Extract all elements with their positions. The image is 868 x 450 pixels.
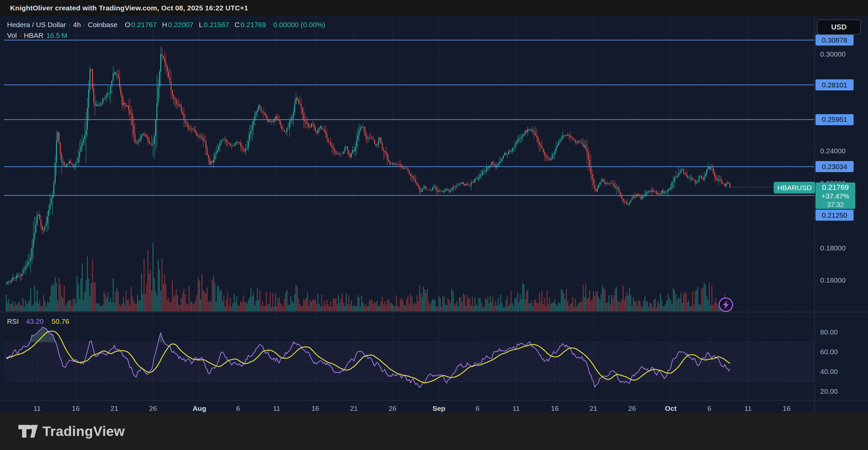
rsi-axis-label: 20.00 <box>820 387 838 396</box>
time-axis-month-label: Oct <box>665 404 677 413</box>
time-axis-label: 11 <box>273 404 280 413</box>
price-axis-label: 0.16000 <box>820 276 845 285</box>
attribution-bar: KnightOliver created with TradingView.co… <box>0 0 868 16</box>
change-value: 0.00000 (0.00%) <box>273 21 325 28</box>
legend-separator: · <box>66 21 73 28</box>
footer-bar: TradingView <box>0 413 868 450</box>
attribution-text: KnightOliver created with TradingView.co… <box>10 4 248 12</box>
candle-countdown: 37:32 <box>827 201 844 208</box>
time-axis-label: 16 <box>551 404 559 413</box>
price-axis-label: 0.24000 <box>820 147 845 156</box>
time-axis-label: 26 <box>389 404 396 413</box>
ohlc-value: 0.21767 <box>131 21 157 28</box>
time-axis-label: 16 <box>783 404 790 413</box>
volume-symbol: HBAR <box>24 31 43 39</box>
symbol-title: Hedera / US Dollar <box>7 21 66 28</box>
chart-canvas[interactable] <box>0 0 868 450</box>
time-axis-label: 6 <box>476 404 480 413</box>
rsi-legend[interactable]: RSI 43.20 50.76 <box>7 317 69 326</box>
tradingview-chart-app: KnightOliver created with TradingView.co… <box>0 0 868 450</box>
time-axis-label: 16 <box>72 404 80 413</box>
exchange-label: Coinbase <box>88 21 118 28</box>
rsi-axis-label: 80.00 <box>820 328 838 337</box>
time-axis-label: 11 <box>513 404 520 413</box>
level-price-badge: 0.23034 <box>815 161 854 172</box>
currency-toggle-button[interactable]: USD <box>817 20 861 35</box>
rsi-label: RSI <box>7 317 19 325</box>
rsi-ma-value: 50.76 <box>52 317 69 325</box>
legend-separator: · <box>81 21 88 28</box>
price-axis-label: 0.30000 <box>820 50 845 59</box>
volume-legend[interactable]: Vol·HBAR 16.5 M <box>7 31 67 39</box>
currency-label: USD <box>831 23 846 31</box>
time-axis-label: 21 <box>350 404 358 413</box>
rsi-value: 43.20 <box>26 317 44 325</box>
ohlc-value: 0.22007 <box>168 21 194 28</box>
volume-value: 16.5 M <box>46 31 67 39</box>
time-axis-label: 6 <box>236 404 240 413</box>
time-axis-label: 21 <box>111 404 118 413</box>
time-axis-label: 26 <box>149 404 157 413</box>
rsi-axis-label: 40.00 <box>820 367 838 376</box>
level-badge-21250: 0.21250 <box>815 209 854 221</box>
legend-separator: · <box>17 31 24 39</box>
last-price-block: 0.21769 +37.47% 37:32 <box>815 182 855 209</box>
tradingview-logo-icon[interactable] <box>19 425 38 438</box>
time-axis-label: 21 <box>590 404 597 413</box>
ohlc-values: O0.21767H0.22007L0.21567C0.21769 <box>119 21 266 28</box>
time-axis-month-label: Sep <box>433 404 445 413</box>
ohlc-key: L <box>199 21 203 28</box>
time-axis-label: 16 <box>311 404 319 413</box>
volume-label: Vol <box>7 31 17 39</box>
level-price-badge: 0.25951 <box>815 114 854 125</box>
time-axis-label: 26 <box>628 404 636 413</box>
price-axis-label: 0.18000 <box>820 244 845 252</box>
time-axis-label: 11 <box>744 404 752 413</box>
time-axis-label: 11 <box>33 404 41 413</box>
symbol-price-pill: HBARUSD <box>774 182 815 194</box>
time-axis-month-label: Aug <box>193 404 206 413</box>
level-price-badge: 0.28101 <box>815 79 854 90</box>
rsi-axis-label: 60.00 <box>820 347 838 356</box>
interval-label: 4h <box>73 21 81 28</box>
symbol-legend[interactable]: Hedera / US Dollar·4h·Coinbase O0.21767H… <box>7 21 325 29</box>
last-price-change: +37.47% <box>822 192 849 201</box>
level-price-badge: 0.30878 <box>815 34 854 46</box>
time-axis-label: 6 <box>708 404 711 413</box>
last-price-value: 0.21769 <box>822 183 849 192</box>
ohlc-value: 0.21567 <box>204 21 229 28</box>
ohlc-key: O <box>125 21 130 28</box>
ohlc-key: H <box>162 21 167 28</box>
ohlc-key: C <box>235 21 240 28</box>
ohlc-value: 0.21769 <box>241 21 266 28</box>
brand-text: TradingView <box>42 424 125 439</box>
lightning-button[interactable] <box>719 298 733 311</box>
